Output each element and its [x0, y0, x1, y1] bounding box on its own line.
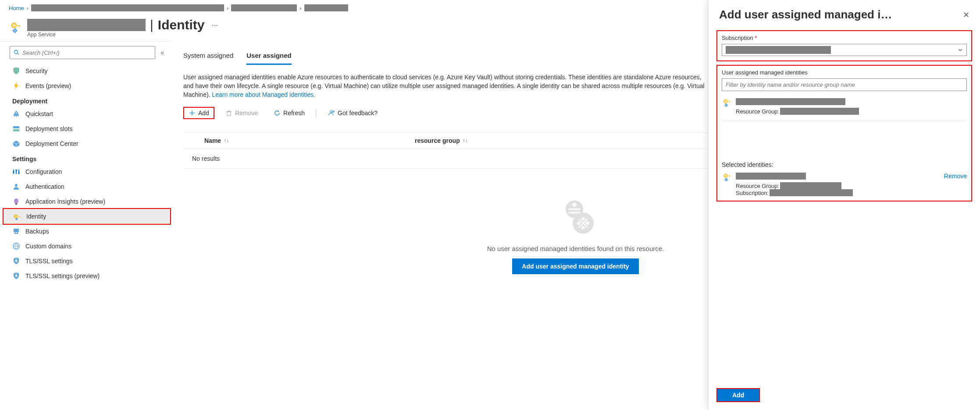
search-icon: [14, 49, 20, 56]
person-icon: [12, 183, 20, 191]
remove-button-label: Remove: [235, 110, 258, 117]
svg-point-40: [330, 111, 332, 113]
svg-point-33: [14, 50, 18, 54]
refresh-button[interactable]: Refresh: [269, 107, 310, 119]
box-icon: [12, 140, 20, 148]
chevron-right-icon: ›: [299, 5, 301, 11]
sidebar-item-deployment-center[interactable]: Deployment Center: [3, 136, 171, 151]
identity-list-item[interactable]: Resource Group:: [722, 95, 967, 117]
shield-icon: [12, 67, 20, 75]
identity-name-redacted: [736, 173, 806, 180]
slots-icon: [12, 125, 20, 133]
key-icon: [13, 212, 21, 220]
svg-rect-37: [227, 112, 231, 116]
description-text: User assigned managed identities enable …: [183, 73, 709, 99]
globe-icon: [12, 242, 20, 250]
identity-key-icon: [722, 173, 731, 182]
sidebar-item-label: Custom domains: [25, 243, 71, 250]
plus-icon: [189, 110, 196, 117]
sort-icon: ↑↓: [224, 138, 229, 144]
sidebar-item-security[interactable]: Security: [3, 64, 171, 78]
flyout-title: Add user assigned managed i…: [719, 8, 892, 21]
chevron-right-icon: ›: [227, 5, 228, 11]
breadcrumb-item-redacted[interactable]: [304, 4, 348, 11]
remove-button: Remove: [221, 107, 263, 119]
sidebar-item-label: TLS/SSL settings: [25, 258, 73, 265]
subscription-select[interactable]: [722, 44, 967, 56]
sidebar-item-tls-ssl-settings-preview-[interactable]: TLS/SSL settings (preview): [3, 269, 171, 283]
feedback-button-label: Got feedback?: [338, 110, 378, 117]
sidebar: « SecurityEvents (preview)DeploymentQuic…: [0, 41, 171, 408]
identity-key-icon: [722, 98, 731, 108]
breadcrumb-home[interactable]: Home: [9, 5, 24, 11]
sidebar-item-label: Deployment Center: [25, 140, 78, 147]
sidebar-item-label: Application Insights (preview): [25, 198, 105, 205]
subscription-value-redacted: [770, 189, 853, 196]
empty-state-text: No user assigned managed identities foun…: [487, 245, 664, 252]
resource-group-value-redacted: [780, 108, 859, 115]
resource-group-label: Resource Group:: [736, 108, 779, 115]
sidebar-item-label: Identity: [26, 213, 46, 220]
page-title: Identity: [158, 18, 205, 32]
identity-name-redacted: [736, 98, 845, 105]
sidebar-item-backups[interactable]: Backups: [3, 224, 171, 239]
identity-key-icon: [9, 21, 22, 34]
rocket-icon: [12, 110, 20, 118]
divider: [722, 120, 967, 120]
bulb-icon: [12, 198, 20, 205]
identities-label: User assigned managed identities: [722, 69, 967, 76]
sidebar-section: Deployment: [3, 93, 171, 106]
sidebar-item-identity[interactable]: Identity: [3, 208, 171, 225]
sidebar-item-label: Quickstart: [25, 110, 53, 117]
flyout-add-button-wrapper: Add: [716, 388, 760, 402]
sidebar-item-configuration[interactable]: Configuration: [3, 164, 171, 179]
chevron-right-icon: ›: [27, 5, 29, 11]
flyout-add-button[interactable]: Add: [717, 389, 759, 401]
shieldlock-icon: [12, 257, 20, 265]
resource-name-redacted: [27, 19, 146, 31]
refresh-icon: [274, 110, 281, 117]
add-button[interactable]: Add: [183, 107, 214, 119]
sidebar-item-quickstart[interactable]: Quickstart: [3, 106, 171, 121]
learn-more-link[interactable]: Learn more about Managed identities.: [212, 91, 315, 98]
more-icon[interactable]: ···: [211, 21, 218, 30]
sidebar-item-events-preview-[interactable]: Events (preview): [3, 78, 171, 93]
backup-icon: [12, 227, 20, 235]
close-icon[interactable]: ✕: [963, 10, 969, 20]
shieldlock-icon: [12, 272, 20, 280]
add-identity-flyout: Add user assigned managed i… ✕ Subscript…: [708, 0, 980, 410]
add-button-label: Add: [198, 110, 209, 117]
subscription-group: Subscription *: [716, 30, 972, 61]
sidebar-item-application-insights-preview-[interactable]: Application Insights (preview): [3, 194, 171, 209]
sidebar-item-label: Events (preview): [25, 82, 71, 89]
breadcrumb-item-redacted[interactable]: [231, 4, 297, 11]
add-identity-cta-button[interactable]: Add user assigned managed identity: [512, 258, 638, 274]
subscription-label: Subscription *: [722, 35, 967, 41]
sliders-icon: [12, 168, 20, 176]
resource-group-label: Resource Group:: [736, 183, 779, 189]
sidebar-item-label: Deployment slots: [25, 125, 72, 132]
sidebar-item-custom-domains[interactable]: Custom domains: [3, 239, 171, 254]
bolt-icon: [12, 82, 20, 90]
sidebar-item-label: TLS/SSL settings (preview): [25, 272, 100, 279]
collapse-sidebar-icon[interactable]: «: [160, 49, 164, 56]
remove-identity-link[interactable]: Remove: [944, 173, 967, 180]
trash-icon: [225, 110, 232, 117]
tab-user-assigned[interactable]: User assigned: [246, 49, 292, 65]
subscription-value-redacted: [726, 46, 831, 54]
feedback-icon: [327, 109, 335, 117]
sidebar-item-deployment-slots[interactable]: Deployment slots: [3, 121, 171, 136]
sidebar-item-tls-ssl-settings[interactable]: TLS/SSL settings: [3, 254, 171, 269]
svg-line-34: [18, 53, 19, 55]
sidebar-item-authentication[interactable]: Authentication: [3, 179, 171, 194]
tab-system-assigned[interactable]: System assigned: [183, 49, 233, 65]
identity-filter-input[interactable]: [722, 78, 967, 91]
search-input[interactable]: [10, 46, 155, 59]
sort-icon: ↑↓: [463, 138, 468, 144]
column-name[interactable]: Name ↑↓: [187, 137, 415, 144]
page-subtitle: App Service: [27, 32, 218, 38]
feedback-button[interactable]: Got feedback?: [322, 107, 382, 119]
identities-group: User assigned managed identities Resourc…: [716, 65, 972, 201]
subscription-label-inline: Subscription:: [736, 190, 769, 196]
breadcrumb-item-redacted[interactable]: [31, 4, 224, 11]
